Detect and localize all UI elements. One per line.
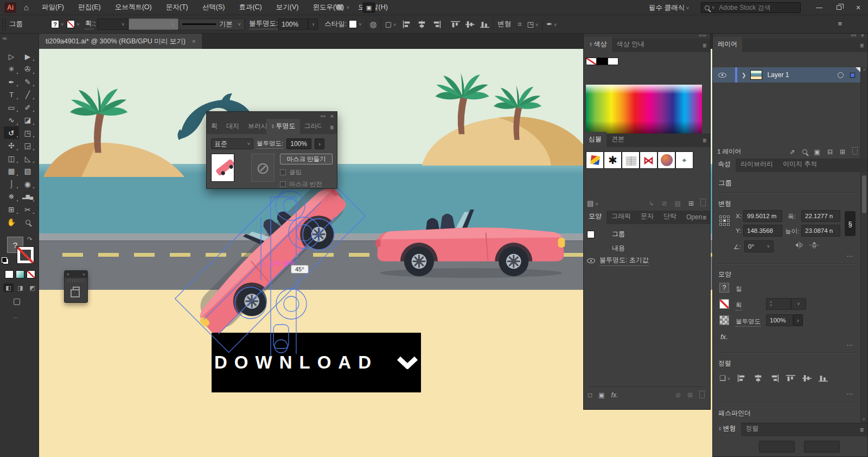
stroke-profile-select[interactable]: ˅: [129, 18, 178, 30]
paintbrush-tool[interactable]: ✐: [20, 101, 35, 113]
locate-object-icon[interactable]: [802, 149, 807, 154]
properties-scrollbar[interactable]: ˅: [860, 172, 867, 423]
stroke-weight-label[interactable]: 획:: [85, 19, 94, 29]
tab-color[interactable]: ⇕색상: [584, 37, 612, 52]
align-center-icon[interactable]: [754, 375, 763, 382]
stroke-weight-field[interactable]: ˅: [97, 18, 129, 30]
pink-car[interactable]: [373, 207, 566, 280]
color-button[interactable]: [5, 270, 14, 278]
document-setup-icon[interactable]: ◍: [370, 20, 377, 29]
minimize-button[interactable]: —: [809, 0, 829, 15]
opacity-label[interactable]: 불투명도:: [249, 19, 278, 29]
transform-button[interactable]: 변형: [497, 20, 511, 29]
slice-tool[interactable]: ✂: [20, 203, 35, 215]
align-center-icon[interactable]: [417, 21, 426, 28]
perspective-grid-tool[interactable]: ◺: [20, 152, 35, 164]
new-symbol-icon[interactable]: ⊞: [688, 200, 694, 207]
x-field[interactable]: 99.5012 m: [743, 210, 782, 222]
constrain-proportions-icon[interactable]: §: [845, 211, 856, 236]
transform-y-field[interactable]: [804, 441, 840, 453]
white-swatch[interactable]: [608, 58, 618, 65]
panel-menu-icon[interactable]: ≡: [330, 124, 334, 131]
add-effect-icon[interactable]: fx.: [611, 391, 618, 399]
curvature-tool[interactable]: ✎: [20, 75, 35, 88]
appearance-row-group[interactable]: 그룹: [587, 230, 625, 239]
symbols-panel-menu-icon[interactable]: ≡: [703, 137, 706, 144]
arrange-documents-icon[interactable]: ▦ ˅: [336, 3, 349, 11]
delete-symbol-icon[interactable]: [700, 200, 706, 206]
restore-button[interactable]: [829, 0, 848, 15]
blend-tool[interactable]: ◉: [20, 177, 35, 190]
object-thumbnail[interactable]: [211, 154, 234, 182]
shape-builder-tool[interactable]: ◫: [4, 152, 19, 164]
collect-for-export-icon[interactable]: ⇗: [789, 148, 795, 156]
align-bottom-icon[interactable]: [480, 21, 489, 28]
direct-selection-tool[interactable]: ▶: [20, 50, 35, 62]
menu-type[interactable]: 문자(T): [166, 3, 188, 12]
tab-layers[interactable]: 레이어: [713, 37, 742, 52]
home-icon[interactable]: ⌂: [24, 3, 29, 12]
make-mask-button[interactable]: 마스크 만들기: [280, 154, 333, 164]
clear-appearance-icon[interactable]: ⊘: [675, 391, 681, 399]
close-tab-icon[interactable]: ×: [192, 38, 195, 45]
tab-align[interactable]: 정렬: [741, 421, 764, 436]
no-mask-icon[interactable]: ⊘: [251, 154, 275, 182]
brush-definition-select[interactable]: 기본˅: [178, 18, 245, 30]
rotate-tool[interactable]: ↺: [4, 126, 19, 139]
transform-more-icon[interactable]: ⋯: [846, 252, 853, 260]
rectangle-tool[interactable]: ▭: [4, 101, 19, 113]
effects-button[interactable]: fx.: [720, 333, 728, 341]
share-icon[interactable]: ▣: [362, 2, 375, 13]
hand-tool[interactable]: ✋: [4, 216, 19, 228]
menu-select[interactable]: 선택(S): [202, 3, 225, 12]
selection-tool[interactable]: ▷: [4, 50, 19, 62]
new-layer-icon[interactable]: ⊞: [840, 148, 845, 156]
align-to-icon[interactable]: ❏˅: [719, 374, 730, 382]
app-logo-icon[interactable]: Ai: [4, 2, 16, 13]
align-left-icon[interactable]: [403, 21, 412, 28]
align-middle-icon[interactable]: [465, 21, 475, 28]
align-right-icon[interactable]: [770, 375, 779, 382]
tab-brushes[interactable]: 브러시: [244, 119, 266, 134]
break-link-icon[interactable]: ⊘: [662, 200, 667, 207]
tab-appearance[interactable]: 모양: [584, 209, 607, 224]
delete-layer-icon[interactable]: [852, 149, 858, 155]
symbol-options-icon[interactable]: ▤: [675, 200, 681, 207]
stroke-color-swatch[interactable]: [67, 20, 75, 28]
symbol-registration-thumb[interactable]: ⌖: [675, 151, 693, 169]
crop-image-icon[interactable]: ◳˅: [527, 20, 539, 28]
tab-color-guide[interactable]: 색상 안내: [612, 37, 649, 52]
close-panel-icon[interactable]: ×: [330, 113, 334, 119]
layers-panel-menu-icon[interactable]: ≡: [860, 42, 864, 49]
column-graph-tool[interactable]: ▂▆▄: [20, 191, 35, 203]
eyedropper-tool[interactable]: ⌡: [4, 177, 19, 190]
tab-graphic-styles[interactable]: 그래픽: [607, 209, 636, 224]
delete-item-icon[interactable]: [699, 392, 705, 398]
scale-tool[interactable]: ◳: [20, 126, 35, 139]
opacity-expand-button[interactable]: ›: [793, 314, 803, 326]
menu-object[interactable]: 오브젝트(O): [115, 3, 152, 12]
tab-image-trace[interactable]: 이미지 추적: [778, 157, 822, 172]
layer-name[interactable]: Layer 1: [767, 71, 789, 79]
close-panel-icon[interactable]: ×: [82, 272, 85, 277]
tab-character[interactable]: 문자: [636, 209, 659, 224]
transform-x-field[interactable]: [759, 441, 795, 453]
opacity-field[interactable]: 100%: [286, 138, 311, 149]
tab-symbols[interactable]: 심볼: [584, 132, 607, 147]
symbol-cube-thumb[interactable]: [586, 151, 604, 169]
layer-target-icon[interactable]: [838, 72, 844, 78]
opacity-expand-button[interactable]: ›: [308, 18, 318, 30]
tab-opentype[interactable]: OpenT: [681, 211, 702, 224]
expand-layer-icon[interactable]: ❯: [742, 72, 746, 78]
stroke-weight-stepper[interactable]: ˄˅: [94, 21, 96, 28]
symbol-sphere-thumb[interactable]: [658, 151, 675, 169]
mini-floating-panel[interactable]: »×: [64, 270, 88, 303]
stroke-weight-select[interactable]: ˅: [791, 298, 806, 310]
appearance-row-content[interactable]: 내용: [612, 244, 625, 253]
eraser-tool[interactable]: ◪: [20, 114, 35, 126]
symbol-bow-thumb[interactable]: ⋈: [640, 151, 658, 169]
add-stroke-icon[interactable]: □: [588, 391, 592, 399]
invert-mask-checkbox[interactable]: [280, 181, 286, 187]
menu-view[interactable]: 보기(V): [276, 3, 299, 12]
align-right-icon[interactable]: [432, 21, 441, 28]
